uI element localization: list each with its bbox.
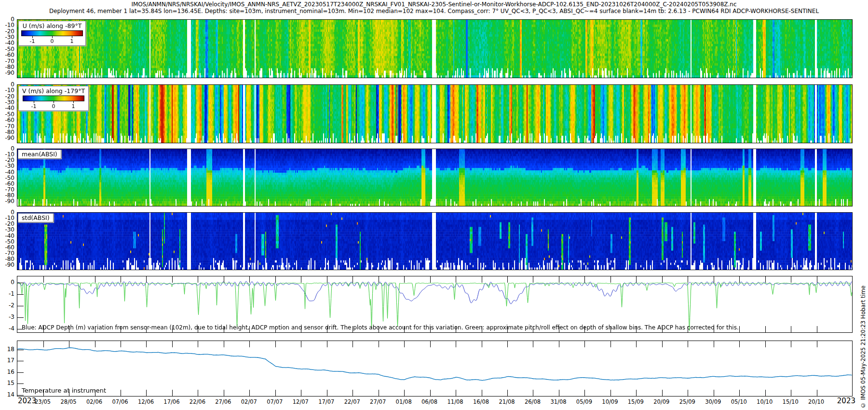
temperature-line — [17, 341, 852, 396]
x-tick-label: 25/09 — [676, 398, 698, 405]
x-tick-label: 07/06 — [109, 398, 131, 405]
colorbar-tick-label: 1 — [70, 39, 73, 44]
mean-absi-heatmap — [17, 149, 852, 206]
y-tick-label: -1 — [0, 291, 14, 297]
std-absi-label: std(ABSI) — [18, 213, 54, 222]
depth-variation-annotation: Blue: ADCP Depth (m) variation from sens… — [22, 324, 739, 331]
v-colorbar — [23, 96, 84, 103]
x-tick-label: 05/10 — [728, 398, 750, 405]
x-tick-label: 27/06 — [212, 398, 234, 405]
v-velocity-heatmap — [17, 85, 852, 143]
x-tick-label: 22/07 — [341, 398, 363, 405]
x-tick-label: 15/09 — [624, 398, 647, 405]
u-colorbar-ticks: -1 0 1 — [21, 38, 83, 44]
y-tick-label: -90 — [0, 70, 14, 76]
deployment-subtitle: Deployment 46, member 1 lat=35.84S lon=1… — [0, 8, 868, 14]
x-tick-label: 12/07 — [289, 398, 312, 405]
mean-absi-label: mean(ABSI) — [18, 150, 61, 159]
x-tick-label: 16/08 — [470, 398, 492, 405]
std-absi-panel: std(ABSI) — [17, 212, 853, 270]
u-velocity-panel: U (m/s) along -89°T -1 0 1 — [17, 19, 853, 78]
y-tick-label: -4 — [0, 326, 14, 332]
v-legend-title: V (m/s) along -179°T — [21, 87, 86, 96]
imos-copyright-vertical: © IMOS 05-May-2025 21:20:23 Hobart time — [860, 286, 867, 409]
temperature-label: Temperature at instrument — [22, 387, 106, 394]
year-label-left: 2023 — [18, 396, 36, 405]
year-label-right: 2023 — [837, 396, 855, 405]
x-tick-label: 01/08 — [393, 398, 415, 405]
u-colorbar-legend: U (m/s) along -89°T -1 0 1 — [18, 21, 86, 46]
colorbar-tick-label: -1 — [30, 39, 35, 44]
v-colorbar-ticks: -1 0 1 — [23, 103, 84, 109]
y-tick-label: -90 — [0, 198, 14, 205]
u-legend-title: U (m/s) along -89°T — [21, 22, 83, 30]
x-tick-label: 07/07 — [264, 398, 286, 405]
x-tick-label: 26/08 — [521, 398, 543, 405]
x-tick-label: 21/08 — [496, 398, 518, 405]
colorbar-tick-label: 1 — [71, 104, 75, 109]
x-tick-label: 05/09 — [573, 398, 595, 405]
mean-absi-panel: mean(ABSI) — [17, 149, 853, 206]
x-tick-label: 31/08 — [547, 398, 570, 405]
y-tick-label: -90 — [0, 262, 14, 268]
v-velocity-panel: V (m/s) along -179°T -1 0 1 — [17, 84, 853, 143]
x-tick-label: 06/08 — [419, 398, 441, 405]
y-tick-label: 14 — [0, 392, 14, 398]
depth-variation-panel: Blue: ADCP Depth (m) variation from sens… — [17, 276, 853, 333]
x-tick-label: 17/06 — [161, 398, 183, 405]
x-tick-label: 20/09 — [651, 398, 673, 405]
y-tick-label: 15 — [0, 380, 14, 386]
x-tick-label: 27/07 — [367, 398, 389, 405]
u-colorbar — [21, 30, 83, 38]
file-title: IMOS/ANMN/NRS/NRSKAI/Velocity/IMOS_ANMN-… — [0, 1, 868, 8]
x-tick-label: 22/06 — [186, 398, 208, 405]
x-tick-label: 02/06 — [83, 398, 106, 405]
colorbar-tick-label: 0 — [51, 39, 54, 44]
y-tick-label: -90 — [0, 135, 14, 141]
v-colorbar-legend: V (m/s) along -179°T -1 0 1 — [18, 86, 89, 111]
y-tick-label: -3 — [0, 314, 14, 320]
u-velocity-heatmap — [17, 20, 852, 78]
colorbar-tick-label: -1 — [31, 104, 37, 109]
colorbar-tick-label: 0 — [52, 104, 55, 109]
y-tick-label: 18 — [0, 346, 14, 353]
x-tick-label: 02/07 — [238, 398, 260, 405]
y-tick-label: 0 — [0, 279, 14, 286]
x-tick-label: 11/08 — [444, 398, 466, 405]
y-tick-label: -2 — [0, 302, 14, 309]
x-tick-label: 12/06 — [135, 398, 157, 405]
x-tick-label: 20/10 — [805, 398, 827, 405]
x-tick-label: 30/09 — [702, 398, 724, 405]
x-tick-label: 10/10 — [754, 398, 776, 405]
temperature-panel: Temperature at instrument — [17, 341, 853, 396]
std-absi-heatmap — [17, 213, 852, 270]
x-tick-label: 17/07 — [315, 398, 338, 405]
y-tick-label: 17 — [0, 357, 14, 364]
x-tick-label: 10/09 — [599, 398, 621, 405]
x-tick-label: 28/05 — [57, 398, 80, 405]
x-tick-label: 15/10 — [779, 398, 801, 405]
y-tick-label: 16 — [0, 369, 14, 375]
